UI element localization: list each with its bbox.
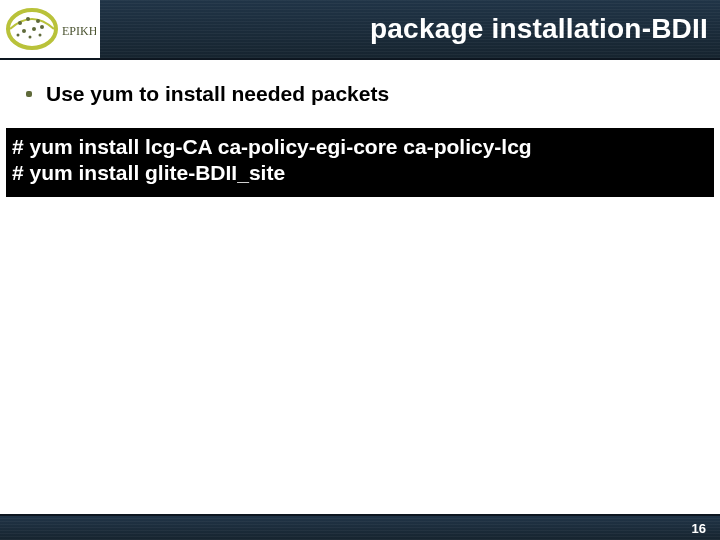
slide-body: Use yum to install needed packets <box>0 60 720 106</box>
svg-point-9 <box>39 34 42 37</box>
code-line: # yum install glite-BDII_site <box>12 160 708 186</box>
page-title: package installation-BDII <box>100 13 720 45</box>
bullet-text: Use yum to install needed packets <box>46 82 389 106</box>
epikh-logo-icon: EPIKH <box>4 5 96 53</box>
svg-point-7 <box>17 34 20 37</box>
slide: EPIKH package installation-BDII Use yum … <box>0 0 720 540</box>
bullet-icon <box>26 91 32 97</box>
title-bar: EPIKH package installation-BDII <box>0 0 720 60</box>
footer-bar: 16 <box>0 514 720 540</box>
svg-point-3 <box>36 19 40 23</box>
svg-point-4 <box>22 29 26 33</box>
logo: EPIKH <box>0 0 100 58</box>
svg-point-2 <box>26 17 30 21</box>
page-number: 16 <box>692 521 706 536</box>
code-line: # yum install lcg-CA ca-policy-egi-core … <box>12 134 708 160</box>
svg-point-6 <box>40 25 44 29</box>
svg-point-8 <box>29 36 32 39</box>
code-block: # yum install lcg-CA ca-policy-egi-core … <box>6 128 714 197</box>
bullet-item: Use yum to install needed packets <box>26 82 702 106</box>
svg-point-1 <box>18 21 22 25</box>
svg-point-5 <box>32 27 36 31</box>
logo-text: EPIKH <box>62 24 96 38</box>
